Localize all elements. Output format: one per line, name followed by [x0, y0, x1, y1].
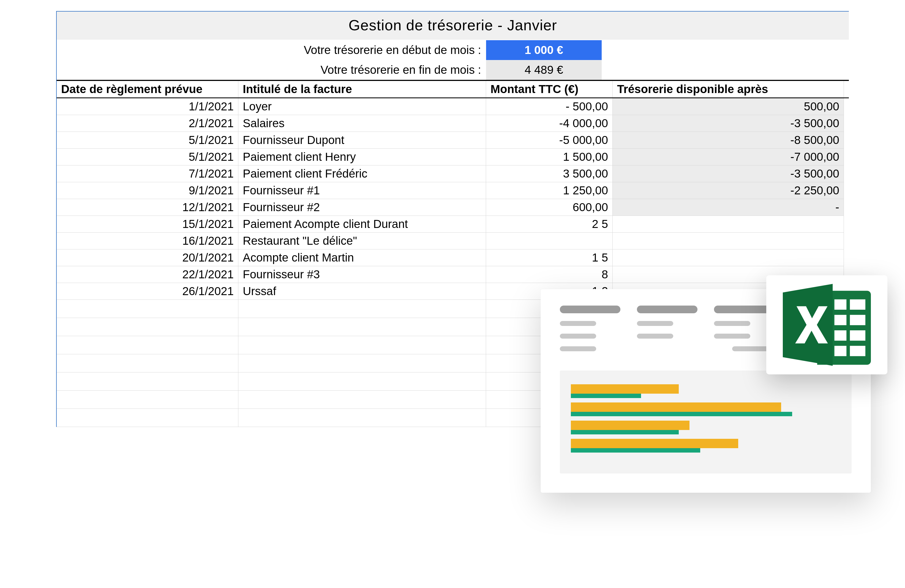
cell-label[interactable]: Fournisseur #3 [238, 266, 486, 283]
cell-label[interactable]: Restaurant "Le délice" [238, 233, 486, 250]
bar-green [571, 430, 679, 434]
cell-balance[interactable]: - [613, 199, 844, 216]
svg-rect-5 [850, 331, 865, 341]
col-header-date: Date de règlement prévue [57, 81, 238, 97]
cell-balance[interactable] [613, 233, 844, 250]
table-row[interactable]: 22/1/2021Fournisseur #38 [57, 266, 849, 283]
cell-amount[interactable]: 600,00 [486, 199, 613, 216]
col-header-label: Intitulé de la facture [238, 81, 486, 97]
table-row[interactable]: 7/1/2021Paiement client Frédéric3 500,00… [57, 165, 849, 182]
cell-label[interactable]: Paiement Acompte client Durant [238, 216, 486, 233]
cell-amount[interactable]: -4 000,00 [486, 115, 613, 132]
cell-amount[interactable]: 8 [486, 266, 613, 283]
svg-rect-0 [835, 299, 847, 310]
bar-green [571, 448, 700, 453]
cell-balance[interactable]: -3 500,00 [613, 165, 844, 182]
cell-amount[interactable]: 2 5 [486, 216, 613, 233]
gantt-row [571, 439, 841, 450]
bar-yellow [571, 402, 781, 412]
cell-date[interactable]: 7/1/2021 [57, 165, 238, 182]
cell-balance[interactable] [613, 216, 844, 233]
gantt-row [571, 402, 841, 413]
summary-start-label: Votre trésorerie en début de mois : [57, 40, 486, 60]
table-body: 1/1/2021Loyer- 500,00500,002/1/2021Salai… [57, 98, 849, 300]
cell-balance[interactable]: -7 000,00 [613, 149, 844, 165]
placeholder-pill [637, 334, 673, 338]
cell-date[interactable]: 1/1/2021 [57, 98, 238, 115]
cell-label[interactable]: Fournisseur #2 [238, 199, 486, 216]
summary-start-row: Votre trésorerie en début de mois : 1 00… [57, 40, 849, 60]
cell-balance[interactable] [613, 250, 844, 266]
cell-balance[interactable]: -8 500,00 [613, 132, 844, 149]
cell-balance[interactable]: -3 500,00 [613, 115, 844, 132]
summary-end-value: 4 489 € [486, 60, 602, 80]
table-row[interactable]: 5/1/2021Fournisseur Dupont-5 000,00-8 50… [57, 132, 849, 149]
excel-icon [783, 283, 871, 366]
summary-start-value[interactable]: 1 000 € [486, 40, 602, 60]
page-title: Gestion de trésorerie - Janvier [57, 11, 849, 40]
cell-amount[interactable]: 1 5 [486, 250, 613, 266]
table-row[interactable]: 9/1/2021Fournisseur #11 250,00-2 250,00 [57, 182, 849, 199]
bar-green [571, 412, 792, 416]
cell-date[interactable]: 22/1/2021 [57, 266, 238, 283]
placeholder-pill [560, 321, 596, 326]
excel-badge [766, 275, 888, 374]
placeholder-pill [714, 321, 750, 326]
cell-balance[interactable]: -2 250,00 [613, 182, 844, 199]
svg-rect-7 [850, 346, 865, 356]
cell-label[interactable]: Loyer [238, 98, 486, 115]
placeholder-pill [637, 321, 673, 326]
gantt-chart [560, 370, 852, 474]
table-row[interactable]: 2/1/2021Salaires-4 000,00-3 500,00 [57, 115, 849, 132]
placeholder-pill [714, 334, 750, 338]
cell-amount[interactable]: 3 500,00 [486, 165, 613, 182]
cell-label[interactable]: Paiement client Frédéric [238, 165, 486, 182]
cell-date[interactable]: 5/1/2021 [57, 132, 238, 149]
gantt-row [571, 384, 841, 395]
cell-label[interactable]: Fournisseur #1 [238, 182, 486, 199]
cell-date[interactable]: 9/1/2021 [57, 182, 238, 199]
bar-yellow [571, 421, 689, 430]
cell-label[interactable]: Fournisseur Dupont [238, 132, 486, 149]
col-header-amount: Montant TTC (€) [486, 81, 613, 97]
table-row[interactable]: 12/1/2021Fournisseur #2600,00- [57, 199, 849, 216]
table-row[interactable]: 15/1/2021Paiement Acompte client Durant2… [57, 216, 849, 233]
table-row[interactable]: 1/1/2021Loyer- 500,00500,00 [57, 98, 849, 115]
cell-amount[interactable] [486, 233, 613, 250]
cell-date[interactable]: 20/1/2021 [57, 250, 238, 266]
svg-rect-4 [835, 331, 847, 341]
summary-end-row: Votre trésorerie en fin de mois : 4 489 … [57, 60, 849, 80]
table-row[interactable]: 16/1/2021Restaurant "Le délice" [57, 233, 849, 250]
cell-balance[interactable]: 500,00 [613, 98, 844, 115]
cell-date[interactable]: 26/1/2021 [57, 283, 238, 300]
svg-rect-6 [835, 346, 847, 356]
placeholder-pill [560, 346, 596, 351]
placeholder-pill [560, 305, 621, 313]
cell-date[interactable]: 16/1/2021 [57, 233, 238, 250]
bar-yellow [571, 384, 679, 394]
cell-amount[interactable]: - 500,00 [486, 98, 613, 115]
table-header: Date de règlement prévue Intitulé de la … [57, 80, 849, 98]
placeholder-pill [560, 334, 596, 338]
gantt-row [571, 421, 841, 432]
svg-rect-2 [835, 315, 847, 326]
cell-date[interactable]: 15/1/2021 [57, 216, 238, 233]
placeholder-pill [637, 305, 697, 313]
cell-label[interactable]: Urssaf [238, 283, 486, 300]
cell-amount[interactable]: 1 250,00 [486, 182, 613, 199]
cell-date[interactable]: 2/1/2021 [57, 115, 238, 132]
cell-label[interactable]: Salaires [238, 115, 486, 132]
cell-label[interactable]: Acompte client Martin [238, 250, 486, 266]
col-header-balance: Trésorerie disponible après [613, 81, 844, 97]
cell-amount[interactable]: -5 000,00 [486, 132, 613, 149]
table-row[interactable]: 5/1/2021Paiement client Henry1 500,00-7 … [57, 149, 849, 165]
cell-date[interactable]: 12/1/2021 [57, 199, 238, 216]
summary-end-label: Votre trésorerie en fin de mois : [57, 60, 486, 80]
svg-rect-1 [850, 299, 865, 310]
placeholder-pill [732, 346, 768, 351]
cell-date[interactable]: 5/1/2021 [57, 149, 238, 165]
cell-amount[interactable]: 1 500,00 [486, 149, 613, 165]
cell-label[interactable]: Paiement client Henry [238, 149, 486, 165]
bar-yellow [571, 439, 738, 448]
table-row[interactable]: 20/1/2021Acompte client Martin1 5 [57, 250, 849, 266]
